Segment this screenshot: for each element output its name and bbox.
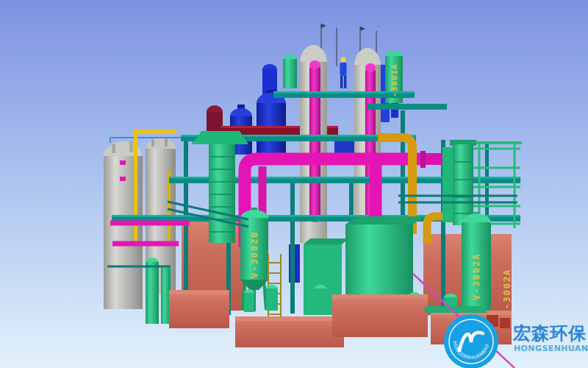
logo-english-text: HONGSENHUANBAO [514, 344, 588, 353]
green-discharge-pipe [425, 306, 487, 313]
equipment-tag-3002a-frame: -3002A [502, 269, 512, 309]
logo-mark: HONGSENHUANBAO [444, 314, 498, 368]
plate-heat-exchanger-right [442, 140, 476, 225]
equipment-tag-3001a: -3001A [390, 63, 399, 97]
logo-chinese-text: 宏森环保 [512, 323, 587, 344]
equipment-tag-v3002b: V-3002B [249, 230, 259, 278]
equipment-tag-v3002a: V-3002A [471, 252, 481, 300]
plant-3d-render: -3001A V-3002B V-3002A -3002A HONGSENHUA… [0, 0, 588, 368]
condenser-cylinder-small [283, 54, 297, 88]
plant-scene-canvas: -3001A V-3002B V-3002A -3002A HONGSENHUA… [0, 0, 588, 368]
